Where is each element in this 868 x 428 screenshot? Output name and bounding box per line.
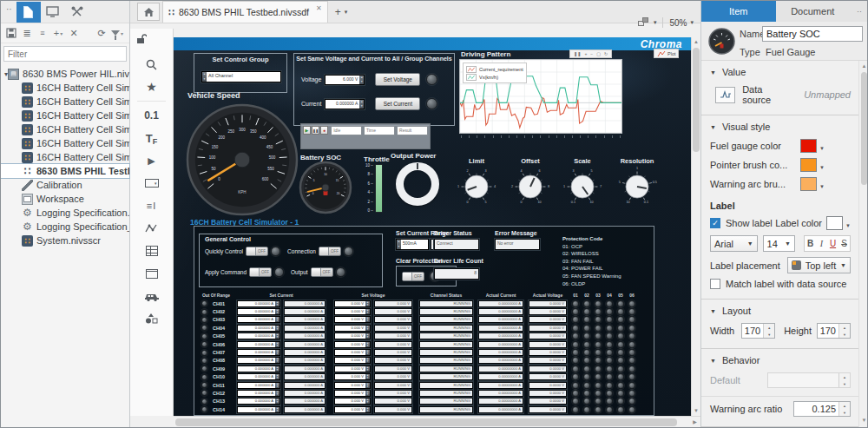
italic-button[interactable]: I (816, 236, 827, 251)
set-voltage-input[interactable]: 0.000 V▲▼ (334, 300, 371, 307)
knob-limit[interactable]: Limit012345 (446, 157, 507, 214)
list-view-icon[interactable]: ≡ (35, 25, 50, 41)
scroll-right-icon[interactable]: ▶ (690, 417, 700, 427)
palette-numeric[interactable]: 0.1 (130, 104, 173, 127)
palette-search[interactable] (130, 53, 173, 76)
palette-automotive[interactable] (130, 285, 173, 307)
inspector-scroll-thumb[interactable] (861, 72, 867, 185)
tree-item[interactable]: ∷16CH Battery Cell Simulator -... (1, 95, 129, 109)
pointer-brush-color-swatch[interactable] (800, 158, 817, 172)
canvas-horizontal-scrollbar[interactable]: ▶ (174, 416, 700, 427)
chevron-down-icon[interactable]: ▼ (819, 146, 825, 153)
pause-button[interactable]: ❚❚ (312, 126, 319, 135)
transport-field-result[interactable]: Result (397, 126, 428, 135)
set-voltage-input[interactable]: 0.000 V▲▼ (334, 325, 371, 332)
save-icon[interactable] (3, 25, 19, 41)
throttle-bar[interactable] (375, 164, 383, 213)
set-voltage-button[interactable]: Set Voltage (375, 73, 420, 86)
palette-text-control[interactable]: ≡I (130, 194, 173, 217)
transport-field-time[interactable]: Time (364, 126, 395, 135)
set-voltage-input[interactable]: 0.000 V▲▼ (334, 349, 371, 356)
new-tab-button[interactable]: + (335, 6, 341, 18)
pause-icon[interactable]: ❚❚ (574, 51, 581, 56)
throttle-slider[interactable]: 10 –8 –6 –4 –2 –0 – (365, 164, 383, 213)
scroll-up-icon[interactable]: ▲ (692, 37, 700, 47)
match-label-checkbox[interactable] (710, 279, 720, 289)
knob-dial[interactable]: 0.1135710 (558, 166, 607, 211)
reset-icon[interactable]: ↻ (604, 51, 608, 56)
plot-legend-chip[interactable]: Plot (654, 49, 679, 58)
palette-favorites[interactable]: ★ (130, 76, 173, 98)
overflow-dots-icon[interactable]: ·· (1, 4, 16, 19)
set-voltage-input[interactable]: 0.000 V▲▼ (334, 373, 371, 380)
chevron-down-icon[interactable]: ▼ (845, 223, 851, 230)
toggle-switch[interactable]: OFF (246, 247, 268, 256)
fit-icon[interactable]: ▢ (596, 51, 601, 56)
show-label-checkbox[interactable]: ✓ (710, 218, 720, 228)
palette-lock[interactable] (130, 29, 173, 48)
scroll-down-icon[interactable]: ▼ (859, 415, 868, 425)
label-color-swatch[interactable] (826, 216, 843, 230)
tree-item[interactable]: ∷16CH Battery Cell Simulator -... (1, 136, 129, 150)
tab-document[interactable]: Document (776, 1, 851, 22)
set-voltage-input[interactable]: 0.000 V▲▼ (334, 316, 371, 323)
canvas-vertical-scrollbar[interactable]: ▲ ▼ (691, 37, 700, 416)
filter-icon[interactable]: ▾ (109, 25, 125, 41)
set-voltage-input[interactable]: 0.000 V▲▼ (334, 406, 371, 413)
current-range-spinner[interactable]: ▲▼ 500mA (396, 239, 429, 250)
knob-dial[interactable]: 0246810 (506, 166, 555, 211)
tree-item[interactable]: ∷8630 BMS PHIL Testbed.niv... (1, 164, 129, 178)
knob-resolution[interactable]: Resolution10510.50.1 (607, 157, 667, 214)
toggle-switch[interactable]: OFF (249, 267, 272, 277)
layers-icon[interactable] (638, 17, 650, 28)
tree-item[interactable]: ⚙Logging Specification_2.nivsls... (1, 220, 129, 234)
run-button[interactable]: ▶ (303, 126, 311, 135)
set-voltage-input[interactable]: 0.000 V▲▼ (334, 382, 371, 389)
font-family-combo[interactable]: Arial▼ (710, 235, 758, 252)
scroll-up-icon[interactable]: ▲ (859, 61, 868, 71)
document-tab[interactable]: ∷ 8630 BMS PHIL Testbed.nivssdf ✕ (162, 1, 328, 23)
chevron-down-icon[interactable]: ▼ (819, 165, 825, 172)
transport-field-idle[interactable]: Idle (331, 126, 362, 135)
tree-item[interactable]: ⚙Logging Specification.nivslspec (1, 206, 129, 220)
height-spinner[interactable]: 170▲▼ (817, 323, 851, 339)
set-current-input[interactable]: 0.000000 A▲▼ (237, 325, 280, 332)
data-source-button[interactable] (715, 87, 735, 103)
set-voltage-input[interactable]: 0.000 V▲▼ (334, 398, 371, 405)
label-placement-combo[interactable]: Top left ▼ (787, 257, 851, 273)
palette-dropdown-control[interactable]: ▾ (130, 172, 173, 194)
voltage-input[interactable]: 6.000 V▲▼ (325, 75, 365, 85)
tree-item[interactable]: Calibration (1, 178, 129, 192)
close-tab-icon[interactable]: ✕ (316, 2, 322, 12)
palette-container[interactable] (130, 262, 173, 285)
tree-item[interactable]: ∷16CH Battery Cell Simulator -... (1, 81, 129, 95)
horizontal-scroll-thumb[interactable] (175, 418, 677, 426)
set-current-input[interactable]: 0.000000 A▲▼ (237, 398, 280, 405)
delete-icon[interactable]: ✕ (66, 25, 82, 41)
set-voltage-input[interactable]: 0.000 V▲▼ (334, 308, 371, 315)
inspector-overflow-icon[interactable]: ·· (850, 1, 868, 22)
toggle-switch[interactable]: OFF (311, 267, 333, 277)
channel-selector[interactable]: ▲▼ All Channel (201, 71, 281, 82)
warning-arc-color-swatch[interactable] (800, 177, 817, 191)
tree-item[interactable]: ∷16CH Battery Cell Simulator -... (1, 109, 129, 122)
strikethrough-button[interactable]: S (838, 236, 850, 251)
record-button[interactable]: ● (320, 126, 328, 135)
zoom-in-icon[interactable]: + (584, 51, 587, 56)
output-power-knob[interactable] (396, 162, 439, 206)
zoom-level[interactable]: 50% (669, 18, 687, 28)
home-button[interactable] (137, 3, 160, 21)
set-current-input[interactable]: 0.000000 A▲▼ (237, 390, 280, 397)
set-current-input[interactable]: 0.000000 A▲▼ (237, 349, 280, 356)
set-current-input[interactable]: 0.000000 A▲▼ (237, 406, 280, 413)
tree-item[interactable]: ▾▤8630 BMS Power HIL.nivsprj (1, 67, 129, 81)
set-current-input[interactable]: 0.000000 A▲▼ (237, 341, 280, 348)
palette-boolean[interactable]: TF (130, 127, 173, 149)
set-current-input[interactable]: 0.000000 A▲▼ (237, 382, 280, 389)
tab-list-dropdown-icon[interactable]: ▾ (345, 9, 348, 16)
layers-dropdown-icon[interactable]: ▾ (654, 19, 657, 26)
tab-tools[interactable] (65, 2, 89, 23)
tree-item[interactable]: ∷System.nivsscr (1, 234, 129, 247)
set-current-input[interactable]: 0.000000 A▲▼ (237, 357, 280, 364)
section-visual-style[interactable]: ▼Visual style (701, 115, 859, 136)
